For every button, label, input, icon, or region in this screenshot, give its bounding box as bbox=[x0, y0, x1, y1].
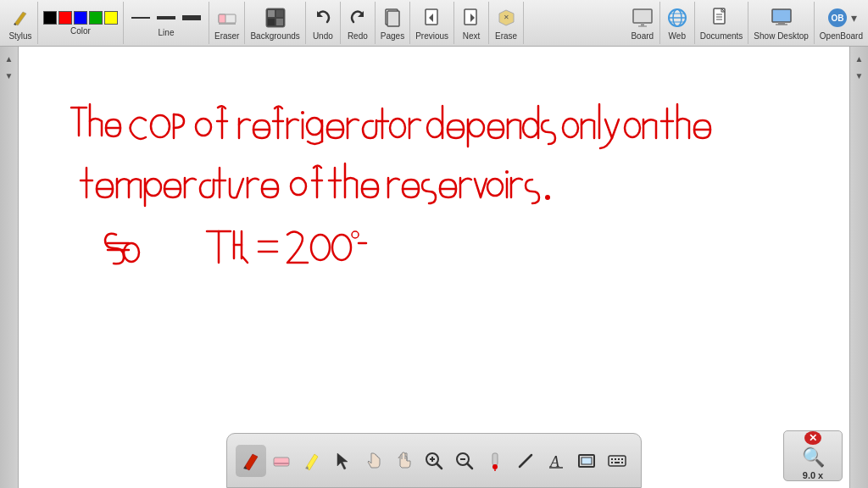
svg-line-123 bbox=[437, 463, 442, 469]
svg-rect-140 bbox=[618, 458, 620, 460]
documents-group: Documents bbox=[695, 2, 749, 44]
zoom-close-button[interactable]: ✕ bbox=[804, 431, 821, 445]
select-tool-button[interactable] bbox=[327, 445, 358, 477]
redo-button[interactable] bbox=[346, 6, 370, 30]
eraser-button[interactable] bbox=[215, 6, 239, 30]
pan-tool-button[interactable] bbox=[388, 445, 419, 477]
eraser-group: Eraser bbox=[209, 2, 245, 44]
svg-point-62 bbox=[469, 119, 484, 136]
color-blue[interactable] bbox=[74, 11, 87, 25]
zoom-value-label: 9.0 x bbox=[803, 470, 823, 480]
svg-point-115 bbox=[311, 235, 330, 260]
erase-button[interactable]: ✕ bbox=[494, 6, 518, 30]
left-sidebar-up-arrow[interactable]: ▲ bbox=[3, 52, 16, 65]
documents-label: Documents bbox=[700, 31, 743, 41]
svg-rect-7 bbox=[276, 19, 283, 25]
board-group: Board bbox=[626, 2, 660, 44]
svg-marker-121 bbox=[337, 453, 348, 469]
openboard-chevron[interactable]: ▾ bbox=[851, 11, 857, 25]
stylus-group: Stylus bbox=[3, 2, 38, 44]
color-yellow[interactable] bbox=[104, 11, 118, 25]
svg-rect-120 bbox=[274, 463, 289, 464]
stylus-label: Stylus bbox=[8, 31, 31, 41]
svg-line-127 bbox=[467, 463, 472, 469]
previous-group: Previous bbox=[410, 2, 454, 44]
svg-text:OB: OB bbox=[831, 14, 843, 23]
next-label: Next bbox=[463, 31, 481, 41]
svg-rect-129 bbox=[492, 453, 498, 465]
pen-tool-button[interactable] bbox=[236, 445, 266, 477]
openboard-button[interactable]: OB bbox=[826, 6, 849, 30]
next-button[interactable] bbox=[459, 6, 483, 30]
openboard-group: OB ▾ OpenBoard bbox=[815, 2, 865, 44]
text-tool-button[interactable]: A bbox=[541, 445, 571, 477]
previous-button[interactable] bbox=[420, 6, 444, 30]
laser-pointer-button[interactable] bbox=[480, 445, 510, 477]
backgrounds-label: Backgrounds bbox=[250, 31, 299, 41]
show-desktop-label: Show Desktop bbox=[754, 31, 808, 41]
svg-point-40 bbox=[196, 119, 211, 136]
highlighter-button[interactable] bbox=[297, 445, 327, 477]
web-label: Web bbox=[669, 31, 686, 41]
top-toolbar: Stylus Color Line Eraser bbox=[0, 0, 868, 47]
openboard-label: OpenBoard bbox=[820, 31, 863, 41]
line-thick-button[interactable] bbox=[180, 9, 203, 26]
zoom-in-button[interactable] bbox=[419, 445, 449, 477]
handwriting-canvas bbox=[19, 47, 849, 488]
svg-point-117 bbox=[352, 231, 359, 238]
svg-rect-1 bbox=[219, 14, 225, 23]
svg-point-130 bbox=[492, 464, 498, 469]
documents-button[interactable] bbox=[709, 6, 733, 30]
svg-line-132 bbox=[520, 455, 531, 467]
right-sidebar-up-arrow[interactable]: ▲ bbox=[853, 52, 866, 65]
undo-label: Undo bbox=[313, 31, 333, 41]
bottom-toolbar: A bbox=[226, 433, 642, 488]
keyboard-button[interactable] bbox=[602, 445, 632, 477]
board-button[interactable] bbox=[631, 6, 654, 30]
svg-point-70 bbox=[625, 119, 640, 137]
undo-button[interactable] bbox=[311, 6, 335, 30]
line-draw-button[interactable] bbox=[510, 445, 541, 477]
undo-group: Undo bbox=[306, 2, 341, 44]
color-black[interactable] bbox=[43, 11, 57, 25]
pages-button[interactable] bbox=[381, 6, 404, 30]
line-medium-button[interactable] bbox=[154, 9, 178, 26]
canvas-area[interactable]: A bbox=[19, 47, 849, 488]
show-desktop-group: Show Desktop bbox=[748, 2, 814, 44]
svg-rect-142 bbox=[611, 462, 613, 463]
pages-group: Pages bbox=[376, 2, 410, 44]
pointer-tool-button[interactable] bbox=[358, 445, 388, 477]
show-desktop-button[interactable] bbox=[770, 6, 793, 30]
erase-group: ✕ Erase bbox=[489, 2, 524, 44]
svg-rect-29 bbox=[772, 9, 791, 22]
zoom-magnifier-icon: 🔍 bbox=[802, 446, 825, 469]
svg-point-88 bbox=[291, 178, 306, 195]
line-thin-button[interactable] bbox=[129, 9, 153, 26]
svg-rect-137 bbox=[609, 456, 626, 466]
svg-rect-5 bbox=[276, 10, 283, 17]
eraser-label: Eraser bbox=[214, 31, 239, 41]
svg-rect-141 bbox=[621, 458, 623, 460]
left-sidebar-down-arrow[interactable]: ▼ bbox=[3, 69, 16, 82]
zoom-out-button[interactable] bbox=[449, 445, 480, 477]
previous-label: Previous bbox=[415, 31, 448, 41]
right-sidebar: ▲ ▼ bbox=[849, 47, 868, 488]
line-label: Line bbox=[159, 28, 175, 37]
color-green[interactable] bbox=[89, 11, 103, 25]
stylus-button[interactable] bbox=[8, 6, 32, 30]
svg-rect-144 bbox=[621, 462, 623, 463]
eraser-tool-button[interactable] bbox=[266, 445, 297, 477]
svg-text:✕: ✕ bbox=[504, 14, 509, 21]
svg-rect-143 bbox=[615, 462, 620, 463]
capture-button[interactable] bbox=[571, 445, 602, 477]
color-red[interactable] bbox=[58, 11, 72, 25]
redo-label: Redo bbox=[348, 31, 368, 41]
web-button[interactable] bbox=[665, 6, 689, 30]
backgrounds-button[interactable] bbox=[264, 6, 287, 30]
svg-point-101 bbox=[505, 170, 509, 174]
color-swatches bbox=[43, 11, 118, 25]
right-sidebar-down-arrow[interactable]: ▼ bbox=[853, 69, 866, 82]
color-group: Color bbox=[38, 2, 124, 44]
svg-point-49 bbox=[301, 111, 304, 114]
zoom-indicator: ✕ 🔍 9.0 x bbox=[783, 430, 843, 481]
